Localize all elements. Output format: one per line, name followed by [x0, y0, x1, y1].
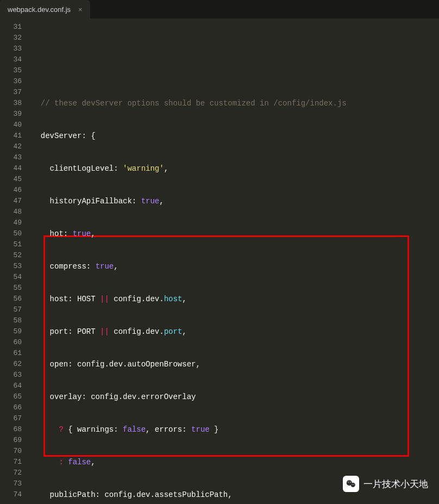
- line-number: 44: [0, 163, 22, 174]
- svg-point-5: [353, 484, 354, 484]
- line-number: 62: [0, 359, 22, 370]
- svg-point-3: [350, 482, 351, 483]
- svg-point-4: [352, 484, 353, 484]
- code-line: hot: true,: [32, 228, 439, 239]
- code-line: [32, 65, 439, 76]
- code-line: overlay: config.dev.errorOverlay: [32, 391, 439, 402]
- line-number: 31: [0, 22, 22, 33]
- line-number: 65: [0, 391, 22, 402]
- code-line: // these devServer options should be cus…: [32, 98, 439, 109]
- line-number: 36: [0, 76, 22, 87]
- code-line: : false,: [32, 457, 439, 468]
- wechat-icon: [343, 476, 359, 492]
- line-number: 43: [0, 152, 22, 163]
- line-number: 41: [0, 130, 22, 141]
- line-number: 50: [0, 228, 22, 239]
- tab-filename: webpack.dev.conf.js: [8, 5, 71, 14]
- line-number: 59: [0, 326, 22, 337]
- line-number: 70: [0, 446, 22, 457]
- close-icon[interactable]: ×: [78, 5, 83, 14]
- line-number: 35: [0, 65, 22, 76]
- code-line: host: HOST || config.dev.host,: [32, 294, 439, 304]
- tab-bar: webpack.dev.conf.js ×: [0, 0, 439, 18]
- gutter: 3132333435363738394041424344454647484950…: [0, 18, 32, 504]
- line-number: 69: [0, 435, 22, 446]
- tab-active[interactable]: webpack.dev.conf.js ×: [0, 0, 90, 18]
- line-number: 71: [0, 457, 22, 468]
- code-area[interactable]: // these devServer options should be cus…: [32, 18, 439, 504]
- line-number: 57: [0, 304, 22, 315]
- line-number: 46: [0, 185, 22, 196]
- line-number: 38: [0, 98, 22, 109]
- line-number: 54: [0, 272, 22, 283]
- watermark: 一片技术小天地: [343, 476, 428, 492]
- line-number: 49: [0, 217, 22, 228]
- line-number: 51: [0, 239, 22, 250]
- line-number: 45: [0, 174, 22, 185]
- line-number: 60: [0, 337, 22, 348]
- code-line: port: PORT || config.dev.port,: [32, 326, 439, 337]
- code-line: clientLogLevel: 'warning',: [32, 163, 439, 174]
- line-number: 39: [0, 109, 22, 120]
- svg-point-1: [351, 483, 355, 487]
- line-number: 56: [0, 294, 22, 304]
- code-line: compress: true,: [32, 261, 439, 272]
- line-number: 67: [0, 413, 22, 424]
- watermark-text: 一片技术小天地: [363, 478, 428, 490]
- line-number: 55: [0, 283, 22, 294]
- line-number: 34: [0, 54, 22, 65]
- line-number: 74: [0, 489, 22, 500]
- line-number: 33: [0, 43, 22, 54]
- line-number: 48: [0, 207, 22, 217]
- line-number: 32: [0, 33, 22, 43]
- line-number: 66: [0, 402, 22, 413]
- code-line: ? { warnings: false, errors: true }: [32, 424, 439, 435]
- svg-point-2: [348, 482, 349, 483]
- line-number: 53: [0, 261, 22, 272]
- line-number: 63: [0, 370, 22, 381]
- code-line: devServer: {: [32, 130, 439, 141]
- line-number: 52: [0, 250, 22, 261]
- line-number: 42: [0, 141, 22, 152]
- line-number: 37: [0, 87, 22, 98]
- code-line: historyApiFallback: true,: [32, 196, 439, 207]
- editor: 3132333435363738394041424344454647484950…: [0, 18, 439, 504]
- line-number: 47: [0, 196, 22, 207]
- line-number: 61: [0, 348, 22, 359]
- line-number: 72: [0, 468, 22, 478]
- line-number: 58: [0, 315, 22, 326]
- line-number: 64: [0, 381, 22, 391]
- line-number: 40: [0, 120, 22, 130]
- code-line: open: config.dev.autoOpenBrowser,: [32, 359, 439, 370]
- line-number: 73: [0, 478, 22, 489]
- line-number: 68: [0, 424, 22, 435]
